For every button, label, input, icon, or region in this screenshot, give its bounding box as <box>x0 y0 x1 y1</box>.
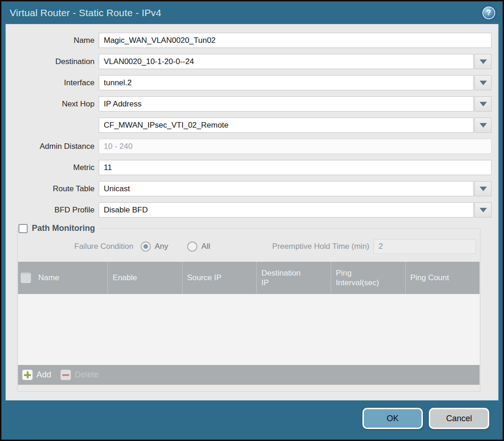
admin-distance-label: Admin Distance <box>6 142 95 151</box>
chevron-down-icon <box>480 59 487 64</box>
plus-icon <box>22 370 33 380</box>
next-hop-address-input[interactable] <box>99 118 474 133</box>
next-hop-type-input[interactable] <box>99 96 474 112</box>
next-hop-address-dropdown-button[interactable] <box>474 118 492 133</box>
help-icon[interactable]: ? <box>482 6 495 19</box>
add-button-label: Add <box>36 370 51 380</box>
dialog-actions: OK Cancel <box>362 408 489 429</box>
chevron-down-icon <box>480 123 487 128</box>
form-row-destination: Destination <box>6 54 492 69</box>
next-hop-label: Next Hop <box>6 100 95 109</box>
dialog-body: Name Destination Interface Next Hop <box>6 24 498 400</box>
destination-input[interactable] <box>99 54 474 69</box>
interface-label: Interface <box>6 78 95 88</box>
dialog-title: Virtual Router - Static Route - IPv4 <box>10 7 161 18</box>
form-row-next-hop-address <box>6 118 492 133</box>
table-header-ping-count: Ping Count <box>405 262 480 294</box>
bfd-profile-label: BFD Profile <box>6 206 95 215</box>
form-row-route-table: Route Table <box>6 181 492 196</box>
dialog-titlebar: Virtual Router - Static Route - IPv4 ? <box>1 1 503 24</box>
name-input[interactable] <box>99 33 492 48</box>
static-route-dialog: Virtual Router - Static Route - IPv4 ? N… <box>0 0 504 441</box>
table-header-ping-interval: Ping Interval(sec) <box>331 262 405 294</box>
metric-label: Metric <box>6 163 95 172</box>
route-table-input[interactable] <box>99 181 474 196</box>
route-table-dropdown-button[interactable] <box>474 181 492 196</box>
delete-button-label: Delete <box>75 370 99 380</box>
chevron-down-icon <box>480 187 487 191</box>
preemptive-hold-input[interactable] <box>374 239 476 254</box>
interface-input[interactable] <box>99 75 474 90</box>
next-hop-type-field <box>99 96 492 112</box>
form-row-interface: Interface <box>6 75 492 90</box>
route-table-field <box>99 181 492 196</box>
failure-condition-row: Failure Condition Any All Preemptive Hol… <box>18 239 476 254</box>
delete-button[interactable]: Delete <box>60 370 99 380</box>
name-label: Name <box>6 36 95 45</box>
path-monitoring-legend: Path Monitoring <box>18 223 99 233</box>
chevron-down-icon <box>480 102 487 106</box>
select-all-checkbox[interactable] <box>21 273 31 283</box>
failure-condition-all-radio[interactable] <box>187 241 197 252</box>
name-field <box>99 33 492 48</box>
ok-button[interactable]: OK <box>362 408 423 429</box>
table-header-destination-ip: Destination IP <box>256 262 331 294</box>
chevron-down-icon <box>480 208 487 212</box>
bfd-profile-field <box>99 202 492 218</box>
failure-condition-all-label: All <box>202 242 210 251</box>
metric-input[interactable] <box>99 160 492 175</box>
path-monitoring-checkbox[interactable] <box>18 224 28 233</box>
admin-distance-field <box>99 139 492 154</box>
preemptive-hold-label: Preemptive Hold Time (min) <box>272 242 369 251</box>
interface-dropdown-button[interactable] <box>474 75 492 90</box>
path-monitoring-title: Path Monitoring <box>32 223 95 233</box>
table-header-row: Name Enable Source IP Destination IP Pin… <box>18 262 480 294</box>
next-hop-address-field <box>99 118 492 133</box>
destination-field <box>99 54 492 69</box>
table-toolbar: Add Delete <box>18 365 480 385</box>
chevron-down-icon <box>480 81 487 85</box>
admin-distance-input[interactable] <box>99 139 492 154</box>
form-row-metric: Metric <box>6 160 492 175</box>
destination-dropdown-button[interactable] <box>474 54 492 69</box>
destination-label: Destination <box>6 57 95 66</box>
bfd-profile-input[interactable] <box>99 202 474 218</box>
table-header-enable: Enable <box>107 262 182 294</box>
table-body-empty <box>18 294 480 365</box>
minus-icon <box>60 370 71 380</box>
failure-condition-any-label: Any <box>155 242 168 251</box>
form-row-name: Name <box>6 33 492 48</box>
path-monitoring-section: Path Monitoring Failure Condition Any Al… <box>17 223 480 392</box>
metric-field <box>99 160 492 175</box>
interface-field <box>99 75 492 90</box>
form-row-bfd-profile: BFD Profile <box>6 202 492 218</box>
form-row-admin-distance: Admin Distance <box>6 139 492 154</box>
route-table-label: Route Table <box>6 184 95 194</box>
table-header-source-ip: Source IP <box>182 262 256 294</box>
failure-condition-any-radio[interactable] <box>141 241 151 252</box>
add-button[interactable]: Add <box>22 370 51 380</box>
table-header-checkbox-cell <box>18 262 34 294</box>
bfd-profile-dropdown-button[interactable] <box>474 202 492 218</box>
cancel-button[interactable]: Cancel <box>429 408 489 429</box>
failure-condition-label: Failure Condition <box>74 242 134 251</box>
next-hop-type-dropdown-button[interactable] <box>474 96 492 112</box>
form-row-next-hop: Next Hop <box>6 96 492 112</box>
path-monitoring-table: Name Enable Source IP Destination IP Pin… <box>18 262 480 385</box>
table-header-name: Name <box>34 262 107 294</box>
